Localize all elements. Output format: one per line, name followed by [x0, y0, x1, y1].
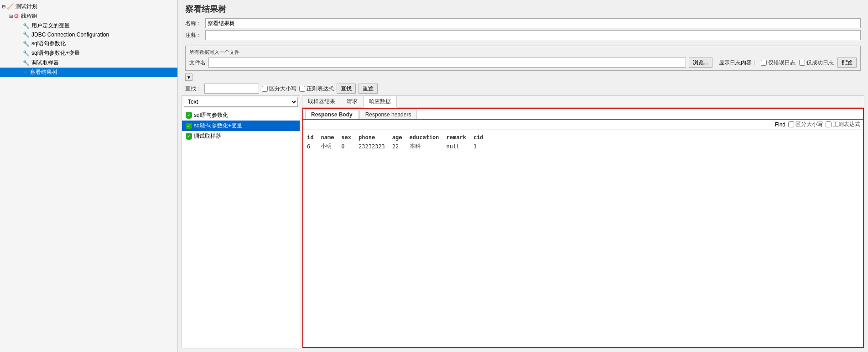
- name-label: 名称：: [185, 20, 203, 27]
- table-cell: 6: [307, 142, 321, 151]
- sidebar: ⊟🧹测试计划⊟⚙线程组🔧用户定义的变量🔧JDBC Connection Conf…: [0, 0, 178, 352]
- success-log-label[interactable]: 仅成功日志: [799, 59, 834, 67]
- sub-tab-Response Body[interactable]: Response Body: [305, 110, 359, 119]
- shield-icon: ✓: [186, 112, 192, 119]
- table-cell: null: [447, 142, 473, 151]
- success-log-checkbox[interactable]: [799, 60, 805, 66]
- main-tabs: 取样器结果请求响应数据: [302, 96, 864, 108]
- table-cell: 本科: [410, 142, 447, 151]
- comment-label: 注释：: [185, 32, 203, 39]
- col-header: age: [392, 133, 410, 142]
- col-header: remark: [447, 133, 473, 142]
- col-header: cid: [473, 133, 491, 142]
- tree-list-item[interactable]: ✓调试取样器: [182, 131, 300, 142]
- main-content: 察看结果树 名称： 注释： 所有数据写入一个文件 文件名 浏览... 显示日志内…: [178, 0, 868, 352]
- sidebar-item-thread-group[interactable]: ⊟⚙线程组: [0, 11, 177, 21]
- shield-icon: ✓: [186, 123, 192, 129]
- bottom-panel: Text ✓sql语句参数化✓sql语句参数化+变量✓调试取样器 取样器结果请求…: [178, 95, 868, 352]
- page-title: 察看结果树: [178, 0, 868, 16]
- col-header: education: [410, 133, 447, 142]
- search-label: 查找：: [185, 85, 202, 93]
- result-panel: 取样器结果请求响应数据 Response BodyResponse header…: [302, 95, 864, 348]
- tree-dropdown: Text: [182, 96, 300, 108]
- file-input[interactable]: [208, 58, 686, 68]
- case-checkbox[interactable]: [788, 121, 794, 127]
- sidebar-item-jdbc-config[interactable]: 🔧JDBC Connection Configuration: [0, 31, 177, 39]
- table-cell: 0: [341, 142, 359, 151]
- col-header: name: [321, 133, 341, 142]
- error-log-label[interactable]: 仅错误日志: [761, 59, 795, 67]
- tree-list-item[interactable]: ✓sql语句参数化+变量: [182, 121, 300, 131]
- main-tab-取样器结果[interactable]: 取样器结果: [302, 96, 341, 107]
- sidebar-item-view-results[interactable]: 👁察看结果树: [0, 68, 177, 77]
- case-label[interactable]: 区分大小写: [788, 121, 823, 128]
- tree-panel: Text ✓sql语句参数化✓sql语句参数化+变量✓调试取样器: [182, 95, 300, 348]
- browse-button[interactable]: 浏览...: [689, 58, 712, 68]
- sidebar-item-sql-param-var[interactable]: 🔧sql语句参数化+变量: [0, 48, 177, 58]
- view-type-select[interactable]: Text: [184, 97, 298, 107]
- sidebar-item-debug-sampler[interactable]: 🔧调试取样器: [0, 58, 177, 68]
- col-header: phone: [359, 133, 392, 142]
- table-row: 6小明02323232322本科null1: [307, 142, 491, 151]
- config-button[interactable]: 配置: [837, 58, 857, 68]
- sub-tab-Response headers[interactable]: Response headers: [359, 110, 417, 119]
- response-toolbar: Find 区分大小写 正则表达式: [303, 120, 863, 130]
- sidebar-item-user-vars[interactable]: 🔧用户定义的变量: [0, 21, 177, 31]
- table-cell: 1: [473, 142, 491, 151]
- comment-input[interactable]: [205, 30, 861, 40]
- file-section-title: 所有数据写入一个文件: [189, 49, 857, 56]
- log-controls: 显示日志内容： 仅错误日志 仅成功日志 配置: [719, 58, 857, 68]
- table-cell: 小明: [321, 142, 341, 151]
- file-section: 所有数据写入一个文件 文件名 浏览... 显示日志内容： 仅错误日志 仅成功日志…: [185, 46, 861, 71]
- file-label: 文件名: [189, 59, 206, 67]
- name-input[interactable]: [205, 18, 861, 28]
- data-table: idnamesexphoneageeducationremarkcid6小明02…: [307, 133, 491, 151]
- tree-item-label: 调试取样器: [194, 132, 221, 140]
- table-cell: 23232323: [359, 142, 392, 151]
- tree-item-label: sql语句参数化+变量: [194, 122, 242, 130]
- error-log-checkbox[interactable]: [761, 60, 767, 66]
- case-sensitive-label[interactable]: 区分大小写: [262, 85, 296, 93]
- main-tab-请求[interactable]: 请求: [341, 96, 364, 107]
- tree-list: ✓sql语句参数化✓sql语句参数化+变量✓调试取样器: [182, 108, 300, 348]
- case-sensitive-checkbox[interactable]: [262, 86, 268, 92]
- regex-label[interactable]: 正则表达式: [299, 85, 334, 93]
- search-input[interactable]: [204, 84, 259, 94]
- search-row: 查找： 区分大小写 正则表达式 查找 重置: [178, 82, 868, 95]
- col-header: sex: [341, 133, 359, 142]
- log-content-label: 显示日志内容：: [719, 59, 757, 67]
- find-label: Find: [775, 121, 785, 128]
- regex2-checkbox[interactable]: [826, 121, 832, 127]
- sub-tabs: Response BodyResponse headers: [303, 109, 863, 120]
- response-content: idnamesexphoneageeducationremarkcid6小明02…: [303, 130, 863, 347]
- tree-list-item[interactable]: ✓sql语句参数化: [182, 110, 300, 121]
- reset-button[interactable]: 重置: [359, 84, 378, 94]
- shield-icon: ✓: [186, 133, 192, 140]
- table-cell: 22: [392, 142, 410, 151]
- col-header: id: [307, 133, 321, 142]
- response-container: Response BodyResponse headers Find 区分大小写…: [302, 108, 864, 348]
- find-button[interactable]: 查找: [337, 84, 356, 94]
- tree-item-label: sql语句参数化: [194, 111, 228, 119]
- regex-checkbox[interactable]: [299, 86, 305, 92]
- sidebar-item-test-plan[interactable]: ⊟🧹测试计划: [0, 2, 177, 11]
- sidebar-item-sql-param[interactable]: 🔧sql语句参数化: [0, 39, 177, 48]
- regex2-label[interactable]: 正则表达式: [826, 121, 860, 128]
- main-tab-响应数据[interactable]: 响应数据: [364, 96, 397, 108]
- collapse-button[interactable]: ▼: [185, 74, 192, 81]
